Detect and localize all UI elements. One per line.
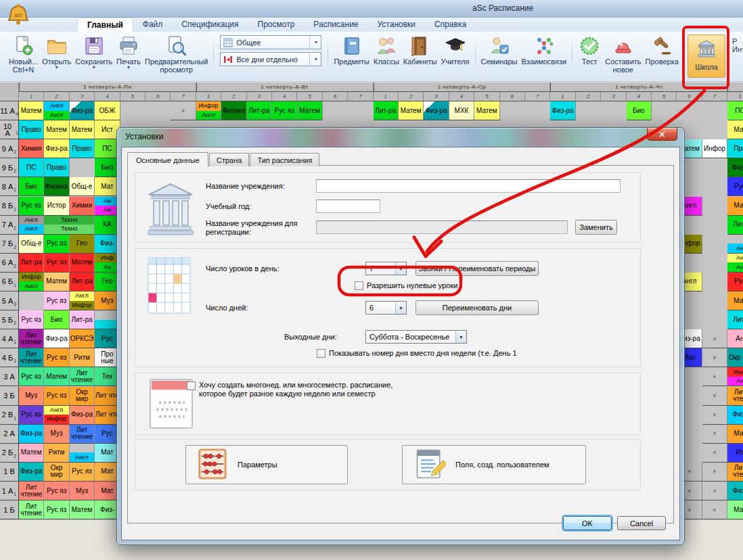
days-count-select[interactable]: 6▼ — [365, 301, 407, 314]
lesson-cell[interactable]: Общ-е — [70, 177, 95, 196]
dialog-close-button[interactable]: × — [647, 128, 677, 141]
lesson-cell[interactable]: ИнфорАнгл — [196, 101, 221, 120]
lesson-cell[interactable]: Физ-ра — [424, 101, 449, 120]
ok-button[interactable]: OK — [563, 516, 612, 530]
lesson-cell[interactable]: Окр ми — [727, 348, 743, 367]
lesson-cell[interactable]: × — [702, 348, 727, 367]
lesson-cell[interactable]: Био — [627, 101, 652, 120]
view-mode-combobox[interactable]: Общее▼ — [220, 35, 321, 49]
lesson-cell[interactable]: Матем — [70, 500, 95, 519]
lesson-cell[interactable]: Лит чтение — [19, 329, 44, 348]
open-button[interactable]: Открыть▼ — [40, 33, 73, 71]
lesson-cell[interactable]: Физи — [727, 158, 743, 177]
lesson-cell[interactable]: Рус яз — [44, 235, 69, 254]
lesson-cell[interactable]: Мат — [727, 197, 743, 216]
lesson-cell[interactable]: Матем — [399, 101, 424, 120]
lesson-cell[interactable]: Лит- — [727, 310, 743, 329]
lesson-cell[interactable]: Био — [44, 310, 69, 329]
lesson-cell[interactable]: × — [702, 500, 727, 519]
lesson-cell[interactable]: Лит-ра — [374, 101, 399, 120]
lesson-cell[interactable]: Лит чтение — [19, 348, 44, 367]
app-logo-bell-icon[interactable]: aSc — [4, 1, 32, 30]
classes-button[interactable]: Классы — [372, 33, 401, 67]
subjects-button[interactable]: Предметы — [332, 33, 372, 67]
lesson-cell[interactable]: АнАн — [727, 254, 743, 273]
lesson-cell[interactable]: АнглИнфор — [44, 406, 69, 425]
new-button[interactable]: Новый...Ctrl+N — [7, 33, 40, 75]
lesson-cell[interactable]: Ритм — [70, 348, 95, 367]
preview-button[interactable]: Предварительныйпросмотр — [143, 33, 210, 75]
lesson-cell[interactable]: Физ-ра — [70, 406, 95, 425]
lesson-cell[interactable]: × — [702, 406, 727, 425]
lesson-cell[interactable]: Лит-ра — [70, 310, 95, 329]
lesson-cell[interactable]: Ан — [727, 329, 743, 348]
menu-tab-Установки[interactable]: Установки — [368, 18, 425, 32]
lesson-cell[interactable]: ОБЖ — [95, 101, 120, 120]
print-button[interactable]: Печать▼ — [114, 33, 143, 71]
lesson-cell[interactable]: Рус яз — [44, 500, 69, 519]
lesson-cell[interactable]: Общ-е — [19, 235, 44, 254]
lesson-cell[interactable]: Химия — [19, 139, 44, 158]
dialog-tab-basic-data[interactable]: Основные данные — [127, 152, 208, 167]
custom-fields-button[interactable]: Поля, созд. пользователем — [402, 445, 586, 484]
links-button[interactable]: Взаимосвязи — [520, 33, 569, 67]
lesson-cell[interactable]: Матем — [474, 101, 499, 120]
lesson-cell[interactable]: Гео — [70, 235, 95, 254]
lesson-cell[interactable]: Окр мир — [70, 387, 95, 406]
lesson-cell[interactable]: Матем — [297, 101, 322, 120]
lesson-cell[interactable]: Матем — [44, 367, 69, 386]
lesson-cell[interactable]: Муз — [44, 425, 69, 444]
parameters-button[interactable]: Параметры — [185, 445, 348, 484]
lesson-cell[interactable]: Право — [70, 139, 95, 158]
lesson-cell[interactable]: × — [702, 387, 727, 406]
lesson-cell[interactable]: Био — [19, 177, 44, 196]
lesson-cell[interactable]: ПС — [19, 158, 44, 177]
lesson-cell[interactable]: Мат — [727, 500, 743, 519]
lesson-cell[interactable]: × — [702, 482, 727, 500]
internet-button-partial[interactable]: Р Инт — [732, 37, 743, 53]
days-mode-combobox[interactable]: Все дни отдельно▼ — [220, 52, 321, 66]
lesson-cell[interactable]: Англ — [70, 444, 95, 463]
lesson-cell[interactable]: Рус яз — [44, 254, 69, 273]
multiweek-checkbox[interactable] — [187, 381, 196, 390]
lesson-cell[interactable]: Рус яз — [19, 310, 44, 329]
seminars-button[interactable]: Семинары — [479, 33, 520, 67]
lesson-cell[interactable]: × — [702, 367, 727, 386]
lesson-cell[interactable]: Матем — [44, 120, 69, 139]
lesson-cell[interactable]: Физ- — [727, 406, 743, 425]
lesson-cell[interactable]: Физ-ра — [44, 139, 69, 158]
lesson-cell[interactable]: Ритм — [44, 444, 69, 463]
lesson-cell[interactable]: Рус — [727, 273, 743, 291]
lesson-cell[interactable]: АнглИнфор — [70, 291, 95, 310]
lesson-cell[interactable]: ИнфорАнгл — [19, 273, 44, 291]
lesson-cell[interactable]: Лит-ра — [19, 254, 44, 273]
lesson-cell[interactable]: Право — [19, 120, 44, 139]
lesson-cell[interactable]: Рус яз — [44, 348, 69, 367]
lesson-cell[interactable]: Физ-ра — [19, 463, 44, 482]
lesson-cell[interactable]: × — [702, 425, 727, 444]
lesson-cell[interactable]: Физика — [44, 177, 69, 196]
menu-tab-Просмотр[interactable]: Просмотр — [248, 18, 305, 32]
lesson-cell[interactable]: Лит чтение — [19, 482, 44, 500]
lesson-cell[interactable]: ИнфАн — [727, 367, 743, 386]
zero-lessons-checkbox[interactable] — [355, 281, 363, 290]
lesson-cell[interactable]: Рус яз — [272, 101, 297, 120]
lesson-cell[interactable]: Мат — [727, 291, 743, 310]
bells-rename-periods-button[interactable]: Звонки / Переименовать периоды — [415, 261, 539, 276]
test-button[interactable]: Тест — [576, 33, 603, 67]
lesson-cell[interactable]: Лит-ра — [247, 101, 272, 120]
lesson-cell[interactable]: Рус яз — [44, 291, 69, 310]
lesson-cell[interactable]: АнглАнгл — [44, 101, 69, 120]
lesson-cell[interactable]: Окр мир — [44, 463, 69, 482]
rooms-button[interactable]: Кабинеты — [401, 33, 439, 67]
lesson-cell[interactable]: × — [171, 101, 196, 120]
lesson-cell[interactable]: Рус яз — [44, 482, 69, 500]
menu-tab-Файл[interactable]: Файл — [133, 18, 173, 32]
lesson-cell[interactable]: Муз — [70, 482, 95, 500]
lesson-cell[interactable]: Истор — [44, 197, 69, 216]
lesson-cell[interactable]: Физ-ра — [19, 425, 44, 444]
lesson-cell[interactable]: Физика — [221, 101, 246, 120]
lesson-cell[interactable]: Лит- — [727, 216, 743, 235]
year-input[interactable] — [316, 200, 380, 213]
lesson-cell[interactable]: Рус яз — [19, 197, 44, 216]
